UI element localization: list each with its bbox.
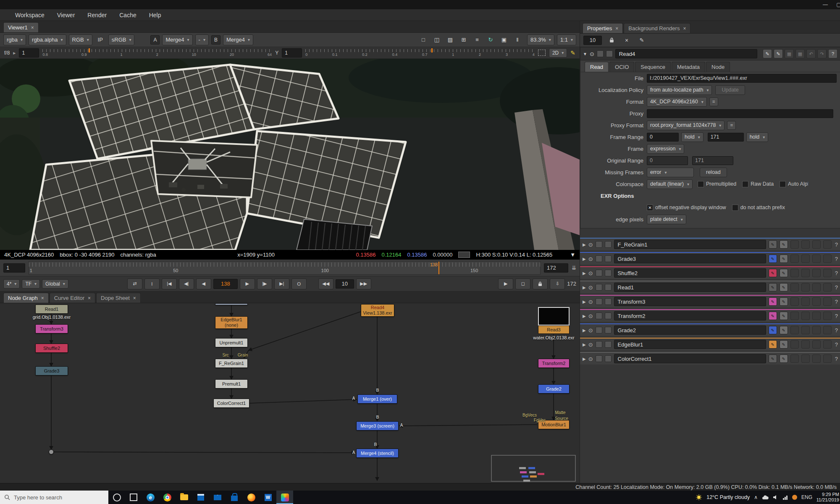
last-frame-icon[interactable]: ▶|: [274, 278, 289, 289]
flipbook-icon[interactable]: ▶: [498, 278, 513, 289]
current-frame-input[interactable]: 138: [213, 279, 238, 289]
graph-node-Transform3[interactable]: Transform3: [35, 324, 68, 333]
layout-list-icon[interactable]: ≡: [472, 35, 483, 45]
update-button[interactable]: Update: [715, 85, 745, 95]
range-end-input[interactable]: 172: [544, 263, 568, 273]
taskbar-firefox-icon[interactable]: [243, 491, 260, 504]
frame-range-scope-dropdown[interactable]: Global: [42, 279, 68, 289]
frame-range-start-input[interactable]: 0: [647, 133, 679, 142]
node-color-swatch[interactable]: ✎: [769, 283, 777, 291]
taskbar-file-explorer-icon[interactable]: [176, 491, 192, 504]
taskbar-mail-icon[interactable]: [209, 491, 226, 504]
graph-node-Premult1[interactable]: Premult1: [215, 379, 248, 388]
panel-button-1[interactable]: [790, 340, 799, 349]
tab-metadata[interactable]: Metadata: [672, 62, 705, 72]
offset-negative-display-window-checkbox[interactable]: [647, 205, 653, 211]
tab-sequence[interactable]: Sequence: [635, 62, 671, 72]
node-color-swatch-2[interactable]: ✎: [780, 297, 788, 306]
graph-node-Unpremult1[interactable]: Unpremult1: [215, 338, 248, 347]
format-link-button[interactable]: =: [709, 97, 718, 106]
node-color-swatch[interactable]: ✎: [769, 312, 777, 320]
panel-button-2[interactable]: [801, 297, 810, 306]
panel-button-4[interactable]: [823, 354, 832, 363]
reload-button[interactable]: reload: [700, 168, 727, 177]
input-process-button[interactable]: IP: [95, 35, 106, 45]
tab-properties[interactable]: Properties ×: [583, 23, 623, 33]
network-icon[interactable]: [782, 495, 788, 500]
graph-node-Read4[interactable]: Read4View1.138.exr: [361, 304, 394, 317]
panel-row-Transform3[interactable]: ▶⊙Transform3✎✎?: [580, 295, 840, 307]
node-name-field[interactable]: Transform3: [614, 297, 766, 306]
help-button[interactable]: ?: [834, 242, 839, 248]
node-name-field[interactable]: Grade2: [614, 326, 766, 335]
node-color-swatch-2[interactable]: ✎: [780, 312, 788, 320]
help-button[interactable]: ?: [834, 299, 839, 305]
graph-node-EdgeBlur1[interactable]: EdgeBlur1(none): [215, 316, 248, 329]
panel-button-1[interactable]: [790, 312, 799, 320]
panel-button-2[interactable]: [801, 354, 810, 363]
panel-button-3[interactable]: [812, 283, 821, 291]
proxy-field[interactable]: [647, 109, 833, 118]
step-back-icon[interactable]: ◀: [196, 278, 211, 289]
taskbar-cortana-icon[interactable]: [108, 491, 125, 504]
node-graph-canvas[interactable]: Read1grid.Obj1.0138.exrTransform3Shuffle…: [0, 303, 580, 483]
tab-viewer1[interactable]: Viewer1 ×: [3, 22, 39, 32]
panel-button-4[interactable]: [823, 297, 832, 306]
file-path-field[interactable]: I:/20190427_VEX/ExrSequ/View1.###.exr: [647, 74, 837, 83]
frame-mode-dropdown[interactable]: expression: [647, 144, 684, 154]
gamma-slider[interactable]: 00.1 0.20.4 0.71 23 4: [305, 48, 535, 58]
menu-help[interactable]: Help: [149, 12, 161, 18]
timecode-mode-dropdown[interactable]: TF: [22, 279, 40, 289]
node-name-field[interactable]: Shuffle2: [614, 268, 766, 278]
graph-node-ColorCorrect1[interactable]: ColorCorrect1: [213, 399, 249, 408]
color-sampler-icon[interactable]: ✎: [570, 50, 575, 56]
node-color-swatch[interactable]: ✎: [769, 255, 777, 263]
node-name-field[interactable]: EdgeBlur1: [614, 340, 766, 349]
viewer-lut-dropdown[interactable]: sRGB: [108, 34, 135, 45]
panel-button-4[interactable]: [823, 340, 832, 349]
max-panels-input[interactable]: 10: [583, 36, 602, 45]
tab-node-graph[interactable]: Node Graph ×: [3, 293, 49, 303]
search-input[interactable]: Type here to search: [0, 491, 108, 504]
node-indicator-icon[interactable]: ⊙: [588, 356, 593, 362]
taskbar-nuke-icon[interactable]: [276, 491, 293, 504]
tab-read[interactable]: Read: [585, 62, 609, 72]
zoom-level-dropdown[interactable]: 83.3%: [527, 34, 554, 45]
a-input-dropdown[interactable]: Merge4: [162, 34, 192, 45]
panel-button-4[interactable]: [823, 255, 832, 263]
panel-button-1[interactable]: [790, 255, 799, 263]
panel-row-Transform2[interactable]: ▶⊙Transform2✎✎?: [580, 309, 840, 322]
node-indicator-icon[interactable]: ⊙: [588, 256, 593, 262]
collapse-arrow-icon[interactable]: ▼: [583, 52, 587, 56]
node-indicator-icon[interactable]: ⊙: [588, 284, 593, 291]
panel-button-3[interactable]: [812, 326, 821, 334]
gamma-marker[interactable]: [431, 48, 433, 52]
channel-layer-dropdown[interactable]: rgba: [3, 34, 26, 45]
taskbar-store-icon[interactable]: [226, 491, 243, 504]
help-button[interactable]: ?: [834, 284, 839, 291]
cycle-icon[interactable]: ⇄: [127, 278, 142, 289]
step-forward-icon[interactable]: ▶: [240, 278, 255, 289]
globe-icon[interactable]: [792, 495, 797, 500]
node-name-field[interactable]: Transform2: [614, 311, 766, 320]
node-indicator-icon[interactable]: ⊙: [588, 341, 593, 348]
edge-pixels-dropdown[interactable]: plate detect: [647, 215, 686, 224]
expand-arrow-icon[interactable]: ▶: [583, 328, 586, 333]
prev-keyframe-icon[interactable]: ◀|: [179, 278, 194, 289]
panel-row-ColorCorrect1[interactable]: ▶⊙ColorCorrect1✎✎?: [580, 352, 840, 365]
node-color-swatch[interactable]: ✎: [769, 326, 777, 334]
tab-curve-editor[interactable]: Curve Editor ×: [50, 293, 95, 303]
expand-arrow-icon[interactable]: ▶: [583, 257, 586, 261]
panel-button-1[interactable]: [790, 283, 799, 291]
fstop-step-icon[interactable]: ▸: [13, 50, 16, 56]
cloud-icon[interactable]: [762, 495, 769, 500]
graph-node-Shuffle2[interactable]: Shuffle2: [35, 344, 68, 353]
proxy-format-dropdown[interactable]: root.proxy_format 1024x778: [647, 121, 724, 130]
node-color-swatch-2[interactable]: ✎: [780, 255, 788, 263]
graph-node-clipped-top[interactable]: [215, 303, 248, 305]
help-button[interactable]: ?: [834, 270, 839, 276]
pixel-aspect-dropdown[interactable]: 1:1: [557, 34, 576, 45]
missing-frames-dropdown[interactable]: error: [647, 168, 694, 177]
weather-desc[interactable]: Partly cloudy: [720, 494, 750, 500]
display-channels-dropdown[interactable]: RGB: [69, 34, 92, 45]
